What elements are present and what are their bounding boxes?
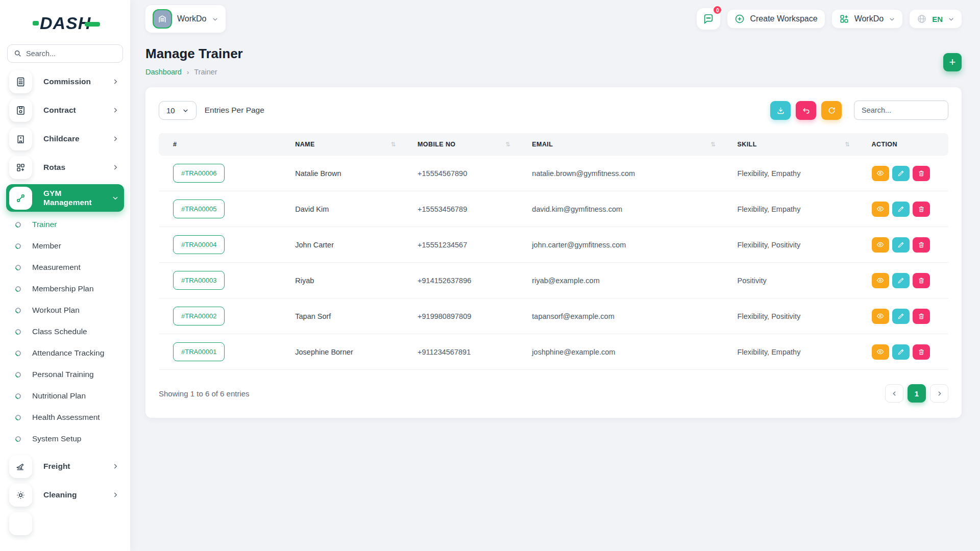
subitem-label: Member (32, 241, 61, 251)
subitem-label: Measurement (32, 263, 81, 272)
trainer-email: natalie.brown@gymfitness.com (526, 156, 731, 191)
trainer-id-badge[interactable]: #TRA00004 (173, 235, 225, 254)
dumbbell-icon (9, 187, 32, 210)
edit-button[interactable] (892, 202, 910, 217)
export-button[interactable] (770, 101, 791, 120)
next-page-button[interactable] (930, 384, 948, 403)
trainer-mobile: +914152637896 (411, 263, 526, 298)
sidebar-subitem-measurement[interactable]: Measurement (0, 257, 130, 278)
pencil-icon (897, 277, 904, 284)
edit-button[interactable] (892, 237, 910, 253)
subitem-label: Nutritional Plan (32, 391, 86, 400)
sidebar-item-rotas[interactable]: Rotas (6, 156, 124, 179)
delete-button[interactable] (913, 237, 930, 253)
edit-button[interactable] (892, 273, 910, 288)
trainer-mobile: +15554567890 (411, 156, 526, 191)
delete-button[interactable] (913, 273, 930, 288)
trainer-id-badge[interactable]: #TRA00003 (173, 271, 225, 290)
table-search[interactable] (854, 101, 948, 120)
workdo-menu[interactable]: WorkDo (832, 10, 903, 28)
trainer-mobile: +911234567891 (411, 334, 526, 370)
trainer-skill: Flexibility, Positivity (731, 227, 866, 263)
trash-icon (918, 170, 925, 177)
previous-page-button[interactable] (885, 384, 903, 403)
sort-icon[interactable]: ⇅ (710, 141, 716, 148)
sidebar-item-partial[interactable] (6, 512, 124, 535)
pencil-icon (897, 170, 904, 177)
view-button[interactable] (872, 344, 889, 360)
breadcrumb-dashboard-link[interactable]: Dashboard (145, 68, 182, 76)
edit-button[interactable] (892, 309, 910, 324)
column-header-email[interactable]: EMAIL⇅ (526, 133, 731, 156)
brightness-icon (9, 484, 32, 507)
pencil-icon (897, 241, 904, 248)
create-workspace-button[interactable]: Create Workspace (727, 10, 824, 28)
pencil-icon (897, 348, 904, 356)
column-header-skill[interactable]: SKILL⇅ (731, 133, 866, 156)
sidebar-subitem-trainer[interactable]: Trainer (0, 214, 130, 235)
column-header-name[interactable]: NAME⇅ (289, 133, 411, 156)
trainer-id-badge[interactable]: #TRA00002 (173, 307, 225, 325)
trainer-id-badge[interactable]: #TRA00001 (173, 342, 225, 361)
chevron-right-icon (112, 463, 119, 470)
edit-button[interactable] (892, 344, 910, 360)
delete-button[interactable] (913, 166, 930, 181)
table-row: #TRA00005 David Kim +15553456789 david.k… (159, 191, 948, 227)
sort-icon[interactable]: ⇅ (391, 141, 396, 148)
sidebar-subitem-system-setup[interactable]: System Setup (0, 428, 130, 449)
trainer-name: David Kim (289, 191, 411, 227)
sidebar-subitem-membership-plan[interactable]: Membership Plan (0, 278, 130, 299)
sidebar-item-gym-management[interactable]: GYM Management (6, 184, 124, 212)
sidebar-subitem-personal-training[interactable]: Personal Training (0, 364, 130, 385)
column-header-mobile[interactable]: MOBILE NO⇅ (411, 133, 526, 156)
sidebar-item-commission[interactable]: Commission (6, 70, 124, 93)
sidebar-item-childcare[interactable]: Childcare (6, 127, 124, 151)
delete-button[interactable] (913, 309, 930, 324)
sidebar-subitem-nutritional-plan[interactable]: Nutritional Plan (0, 385, 130, 407)
workspace-name: WorkDo (177, 14, 207, 23)
edit-button[interactable] (892, 166, 910, 181)
sidebar-item-freight[interactable]: Freight (6, 455, 124, 478)
view-button[interactable] (872, 166, 889, 181)
sidebar-subitem-class-schedule[interactable]: Class Schedule (0, 321, 130, 342)
bullet-icon (14, 242, 22, 250)
topbar-right: 0 Create Workspace WorkDo (697, 8, 962, 30)
trainer-id-badge[interactable]: #TRA00005 (173, 199, 225, 218)
sidebar-search[interactable] (7, 44, 123, 63)
page-number-button[interactable]: 1 (908, 384, 926, 403)
sidebar-item-cleaning[interactable]: Cleaning (6, 483, 124, 507)
sidebar-subitem-member[interactable]: Member (0, 235, 130, 257)
sidebar-search-input[interactable] (26, 49, 103, 58)
sidebar-item-contract[interactable]: Contract (6, 98, 124, 122)
trainer-id-badge[interactable]: #TRA00006 (173, 164, 225, 183)
sort-icon[interactable]: ⇅ (845, 141, 850, 148)
chevron-right-icon (112, 135, 119, 142)
language-label: EN (932, 15, 943, 23)
messages-button[interactable]: 0 (697, 8, 720, 30)
trash-icon (918, 313, 925, 320)
table-search-input[interactable] (862, 106, 941, 114)
view-button[interactable] (872, 202, 889, 217)
grid-plus-icon (839, 14, 849, 24)
workspace-selector[interactable]: WorkDo (145, 5, 226, 33)
refresh-button[interactable] (821, 101, 842, 120)
add-trainer-button[interactable]: + (943, 53, 962, 71)
delete-button[interactable] (913, 202, 930, 217)
reset-button[interactable] (796, 101, 816, 120)
view-button[interactable] (872, 237, 889, 253)
column-header-id[interactable]: # (159, 133, 289, 156)
sidebar-subitem-attendance-tracking[interactable]: Attendance Tracking (0, 342, 130, 364)
entries-per-page-select[interactable]: 10 (159, 101, 197, 120)
logo[interactable]: DASH (0, 0, 130, 33)
sidebar-subitem-workout-plan[interactable]: Workout Plan (0, 299, 130, 321)
showing-entries-text: Showing 1 to 6 of 6 entries (159, 389, 250, 398)
trainer-skill: Flexibility, Empathy (731, 156, 866, 191)
sidebar-subitem-health-assessment[interactable]: Health Assessment (0, 407, 130, 428)
delete-button[interactable] (913, 344, 930, 360)
view-button[interactable] (872, 273, 889, 288)
language-selector[interactable]: EN (910, 10, 962, 28)
sort-icon[interactable]: ⇅ (505, 141, 510, 148)
chat-icon (703, 13, 714, 24)
trash-icon (918, 348, 925, 356)
view-button[interactable] (872, 309, 889, 324)
